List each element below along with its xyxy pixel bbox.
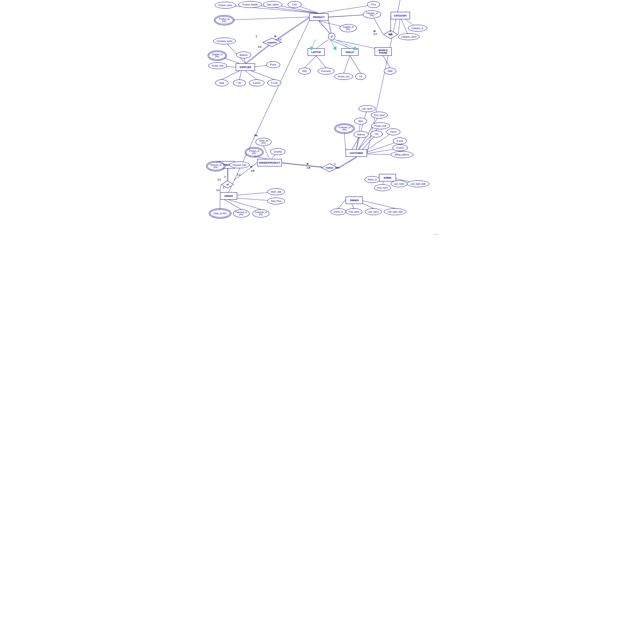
supplier-entity: SUPPLIER	[236, 63, 255, 71]
one-one-of2-label: 1,1	[237, 173, 240, 176]
price-attr: Price	[367, 1, 380, 8]
one-three-label: 1,3	[258, 46, 261, 48]
product-id-fk2-attr: Product_id(FK)	[246, 148, 263, 156]
one-n-makes-label: 1,N	[307, 166, 310, 169]
first-name-admin-attr: First_name	[374, 184, 391, 191]
m-makes-label: M	[307, 162, 308, 165]
state-sup-attr: State	[215, 79, 228, 86]
date-added-attr: Date_added	[263, 1, 282, 8]
svg-line-61	[229, 200, 261, 209]
one-one1-label: 1,1	[278, 38, 281, 41]
one-n-cat-label: 1,N	[389, 33, 392, 35]
state-cust-attr: State	[354, 118, 367, 124]
er-diagram: d PRODUCT CATEGORY SUPPLIER LAPTOP TABLE…	[204, 0, 440, 236]
m1-label: M	[274, 35, 276, 38]
country-sup-attr: Country	[249, 79, 264, 86]
order-entity: ORDER	[220, 192, 237, 200]
product-id-pk-attr: Product_id(PK)	[215, 16, 233, 24]
payment-type-attr: Payment_type	[229, 161, 250, 168]
pk-label: PK	[254, 134, 258, 137]
svg-line-42	[344, 133, 346, 150]
city-sup-attr: City	[233, 79, 246, 86]
address-sup-attr: Address	[236, 52, 251, 58]
category-id-attr: Category_id	[408, 25, 427, 32]
order-id-pk-attr: Order_id (PK)	[210, 209, 230, 217]
svg-line-5	[224, 17, 309, 20]
watermark: creately	[433, 233, 439, 235]
isa-arrow-mobile	[332, 39, 358, 50]
svg-line-13	[305, 56, 316, 68]
postal-code-sup-attr: Postal_code	[208, 62, 227, 69]
phone-cust-attr: Phone	[386, 128, 400, 135]
email-sup-attr: E-mail	[267, 79, 281, 86]
zero-n-makes-label: 0,N	[335, 166, 339, 169]
svg-line-33	[251, 71, 274, 79]
isa-d-circle: d	[328, 33, 335, 40]
customer-id-pk-attr: Customer_id(PK)	[335, 124, 354, 133]
svg-line-30	[222, 71, 239, 79]
order-id-fk-attr: Order_id(FK)	[255, 138, 272, 146]
os-attr: OS	[355, 73, 366, 80]
category-id-fk-attr: Category_id(FK)	[363, 10, 381, 18]
one-cat-label: 1	[390, 30, 391, 32]
svg-line-17	[383, 56, 390, 68]
customer-id-fk-order-attr: Customer_id(FK)	[252, 209, 269, 217]
total-price-attr: Total_Price	[267, 197, 285, 204]
svg-line-15	[344, 56, 350, 73]
country-cust-attr: Country	[392, 144, 408, 151]
svg-line-14	[316, 56, 326, 68]
city-cust-attr: City	[370, 130, 383, 137]
category-name-attr: Category_name	[398, 33, 420, 40]
svg-line-56	[339, 157, 357, 168]
m-of-label: M	[250, 165, 252, 168]
one-order-label: 1	[223, 186, 224, 189]
product-details-attr: Product_detaills	[238, 1, 262, 8]
one-one-order-label: 1,1	[216, 189, 220, 191]
svg-line-32	[245, 71, 257, 79]
last-name-owner-attr: Last_name	[365, 208, 382, 215]
first-name-owner-attr: First_name	[346, 208, 362, 215]
svg-line-31	[239, 71, 241, 79]
last-name-admin-attr: Last_name	[391, 180, 407, 187]
quantity-attr: Quantity	[270, 148, 286, 155]
address-cust-attr: Address	[354, 131, 369, 138]
hdd-attr: HDD	[298, 68, 311, 74]
last-login-admin-attr: Last_login_date	[407, 180, 429, 187]
color-attr: Color	[288, 1, 302, 8]
one-one-of-label: 1,1	[217, 178, 221, 181]
customer-entity: CUSTOMER	[346, 149, 367, 157]
m-cat-label: M	[374, 30, 375, 32]
payment-id-pk-attr: Payment_id(PK)	[207, 162, 224, 170]
product-entity: PRODUCT	[309, 13, 328, 21]
one-of-label: 1	[224, 175, 226, 178]
admin-entity: ADMIN	[379, 174, 396, 181]
one-n-of-label: 1,N	[251, 169, 254, 172]
billing-cust-attr: Billing_address	[391, 151, 413, 158]
company-name-attr: Company_name	[213, 38, 236, 44]
one1-label: 1	[256, 35, 257, 38]
svg-line-75	[358, 200, 395, 208]
one-one-cat-label: 1,1	[374, 33, 377, 35]
phone-sup-attr: Phone	[266, 61, 280, 68]
payment-id-fk-order-attr: Payment_id(FK)	[233, 209, 250, 217]
owner-id-attr: Owner_id	[331, 208, 346, 215]
last-login-owner-attr: Last_login_date	[384, 208, 406, 215]
product-name-attr: Product_name	[215, 2, 236, 9]
email-cust-attr: E-mail	[393, 137, 407, 144]
first-name-cust-attr: First_name	[371, 112, 388, 118]
last-name-cust-attr: Last_name	[358, 105, 376, 112]
supplier-id-pk-attr: Supplier_id(PK)	[209, 52, 226, 60]
owner-entity: OWNER	[346, 196, 363, 204]
supplier-id-fk-attr: Supplier_id(FK)	[340, 24, 357, 32]
svg-line-72	[338, 200, 346, 208]
svg-line-51	[254, 156, 267, 159]
svg-line-50	[264, 146, 269, 159]
svg-line-38	[356, 109, 367, 149]
processor-attr: Processor	[318, 68, 334, 74]
admin-id-attr: Admin_id	[365, 176, 380, 183]
category-entity: CATEGORY	[391, 12, 410, 19]
svg-line-60	[224, 200, 241, 209]
mobilephone-entity: MOBILEPHONE	[375, 47, 392, 56]
one-makes-label: 1	[334, 162, 336, 165]
order2product-entity: ORDER2PRODUCT	[257, 159, 282, 166]
